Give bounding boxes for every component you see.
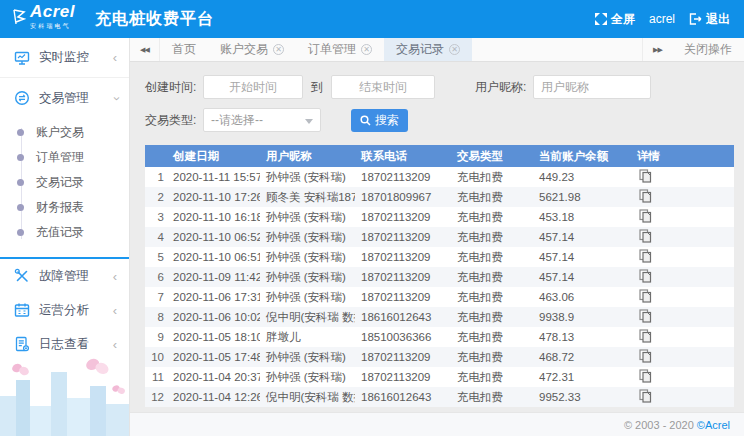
detail-icon[interactable]	[639, 329, 652, 345]
table-row: 92020-11-05 18:10:13胖墩儿18510036366充电扣费47…	[145, 327, 734, 347]
column-header-2: 联系电话	[355, 145, 451, 167]
tab-order-management[interactable]: 订单管理✕	[296, 38, 384, 61]
cell-balance: 468.72	[533, 347, 631, 367]
nickname-input[interactable]	[533, 75, 651, 99]
cell-detail	[631, 287, 734, 307]
table-header-row: 创建日期用户昵称联系电话交易类型当前账户余额详情	[145, 145, 734, 167]
butterfly-icon	[12, 362, 30, 378]
bullet-icon	[17, 229, 24, 236]
page-title: 充电桩收费平台	[95, 9, 214, 30]
cell-balance: 453.18	[533, 207, 631, 227]
cell-index: 5	[145, 247, 167, 267]
close-icon[interactable]: ✕	[361, 44, 372, 55]
sidebar-item-account-transactions[interactable]: 账户交易	[0, 120, 129, 145]
logout-button[interactable]: 退出	[689, 11, 730, 28]
acrel-logo: Acrel 安科瑞电气	[12, 4, 75, 34]
cell-date: 2020-11-05 17:48:59	[167, 347, 260, 367]
cell-detail	[631, 367, 734, 387]
sidebar-group-transaction-management[interactable]: 交易管理‹	[0, 78, 129, 118]
cell-date: 2020-11-10 17:26:11	[167, 187, 260, 207]
end-time-input[interactable]	[331, 75, 435, 99]
column-header-1: 用户昵称	[260, 145, 355, 167]
detail-icon[interactable]	[639, 269, 652, 285]
cell-index: 8	[145, 307, 167, 327]
detail-icon[interactable]	[639, 349, 652, 365]
detail-icon[interactable]	[639, 169, 652, 185]
fullscreen-button[interactable]: 全屏	[595, 11, 635, 28]
sidebar-item-label: 充值记录	[36, 224, 84, 241]
detail-icon[interactable]	[639, 369, 652, 385]
cell-detail	[631, 187, 734, 207]
create-time-label: 创建时间:	[145, 79, 203, 96]
analysis-icon	[14, 302, 30, 318]
sidebar-group-operation-analysis[interactable]: 运营分析‹	[0, 293, 129, 327]
cell-balance: 9952.33	[533, 387, 631, 407]
detail-icon[interactable]	[639, 229, 652, 245]
detail-icon[interactable]	[639, 309, 652, 325]
cell-index: 9	[145, 327, 167, 347]
cell-index: 1	[145, 167, 167, 187]
column-header-0: 创建日期	[167, 145, 260, 167]
app-window: Acrel 安科瑞电气 充电桩收费平台 全屏 acrel 退出 实时监控‹交易管…	[0, 0, 744, 436]
cell-date: 2020-11-05 18:10:13	[167, 327, 260, 347]
decor-building	[67, 398, 90, 436]
close-icon[interactable]: ✕	[273, 44, 284, 55]
decor-building	[0, 396, 17, 436]
cell-phone: 18701809967	[355, 187, 451, 207]
cell-index: 2	[145, 187, 167, 207]
detail-icon[interactable]	[639, 189, 652, 205]
to-label: 到	[311, 79, 323, 96]
detail-icon[interactable]	[639, 249, 652, 265]
tab-transaction-records[interactable]: 交易记录✕	[384, 38, 472, 61]
column-header-5: 详情	[631, 145, 734, 167]
sidebar-item-label: 交易记录	[36, 174, 84, 191]
sidebar-item-label: 财务报表	[36, 199, 84, 216]
tab-label: 账户交易	[220, 41, 268, 58]
username[interactable]: acrel	[649, 12, 675, 26]
sidebar-group-fault-management[interactable]: 故障管理‹	[0, 259, 129, 293]
cell-date: 2020-11-10 06:52:59	[167, 227, 260, 247]
logo-subtext: 安科瑞电气	[30, 19, 75, 34]
cell-phone: 18702113209	[355, 167, 451, 187]
sidebar-group-log-viewer[interactable]: 日志查看‹	[0, 327, 129, 361]
cell-type: 充电扣费	[451, 347, 533, 367]
cell-index: 11	[145, 367, 167, 387]
cell-index: 6	[145, 267, 167, 287]
cell-type: 充电扣费	[451, 287, 533, 307]
sidebar-item-recharge-records[interactable]: 充值记录	[0, 220, 129, 245]
cell-detail	[631, 227, 734, 247]
app-header: Acrel 安科瑞电气 充电桩收费平台 全屏 acrel 退出	[0, 0, 744, 38]
tab-home[interactable]: 首页	[160, 38, 208, 61]
sidebar-group-realtime-monitor[interactable]: 实时监控‹	[0, 38, 129, 78]
cell-detail	[631, 327, 734, 347]
cell-date: 2020-11-11 15:57:23	[167, 167, 260, 187]
detail-icon[interactable]	[639, 389, 652, 405]
sidebar-item-financial-reports[interactable]: 财务报表	[0, 195, 129, 220]
acrel-link[interactable]: ©Acrel	[697, 419, 730, 431]
cell-detail	[631, 247, 734, 267]
cell-phone: 18702113209	[355, 247, 451, 267]
tab-account-transactions[interactable]: 账户交易✕	[208, 38, 296, 61]
sidebar-item-label: 订单管理	[36, 149, 84, 166]
detail-icon[interactable]	[639, 209, 652, 225]
cell-detail	[631, 347, 734, 367]
cell-nickname: 孙钟强 (安科瑞)	[260, 227, 355, 247]
start-time-input[interactable]	[203, 75, 303, 99]
cell-phone: 18702113209	[355, 287, 451, 307]
chevron-icon: ‹	[113, 338, 117, 351]
cell-balance: 478.13	[533, 327, 631, 347]
sidebar-item-order-management[interactable]: 订单管理	[0, 145, 129, 170]
cell-nickname: 孙钟强 (安科瑞)	[260, 367, 355, 387]
detail-icon[interactable]	[639, 289, 652, 305]
cell-type: 充电扣费	[451, 387, 533, 407]
sidebar-item-transaction-records[interactable]: 交易记录	[0, 170, 129, 195]
cell-date: 2020-11-04 12:26:31	[167, 387, 260, 407]
close-icon[interactable]: ✕	[449, 44, 460, 55]
transaction-type-select[interactable]: --请选择--	[203, 108, 321, 132]
scroll-tabs-right-button[interactable]: ▶▶	[642, 38, 672, 61]
search-button[interactable]: 搜索	[351, 109, 408, 132]
tab-label: 订单管理	[308, 41, 356, 58]
cell-date: 2020-11-09 11:42:24	[167, 267, 260, 287]
scroll-tabs-left-button[interactable]: ◀◀	[130, 38, 160, 61]
close-operations-button[interactable]: 关闭操作	[672, 38, 744, 61]
